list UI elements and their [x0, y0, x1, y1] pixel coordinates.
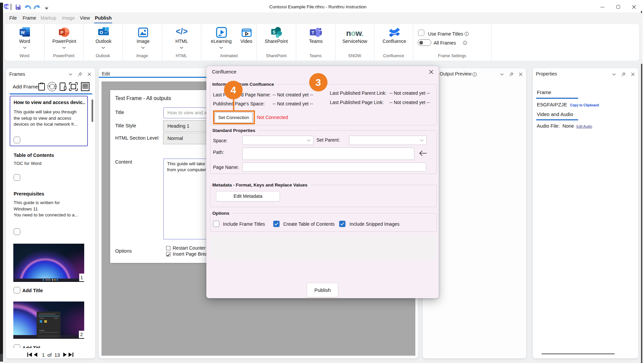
svg-text:P: P [61, 30, 64, 35]
svg-text:R: R [5, 5, 7, 8]
svg-text:S: S [273, 30, 275, 35]
svg-text:O: O [100, 30, 103, 35]
svg-text:W: W [21, 30, 25, 35]
svg-text:T: T [312, 30, 314, 35]
